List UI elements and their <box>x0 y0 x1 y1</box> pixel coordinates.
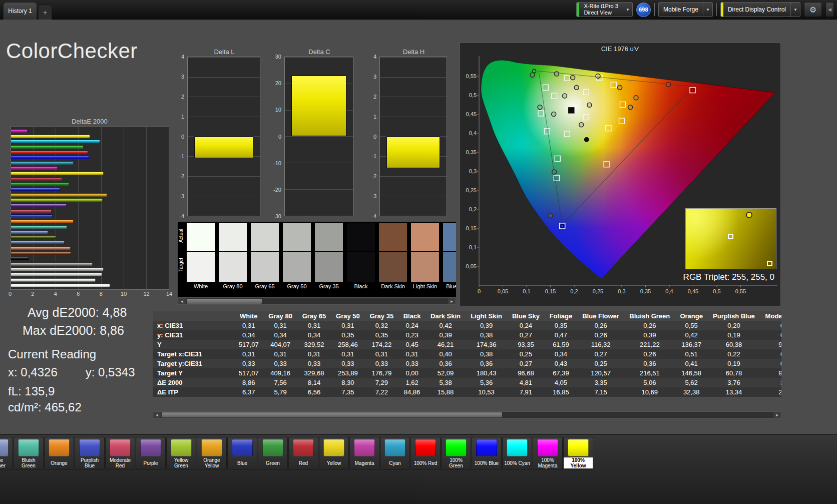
x-tick-label: 0 <box>9 291 12 297</box>
patch-button-purple[interactable]: Purple <box>136 437 166 470</box>
patch-swatch <box>201 439 222 456</box>
column-header: Orange <box>675 311 708 321</box>
delta-h-chart: Delta H 43210-1-2-3-4 <box>367 48 448 224</box>
patch-button-100-yellow[interactable]: 100% Yellow <box>563 437 593 470</box>
patch-button-purplish-blue[interactable]: Purplish Blue <box>75 437 105 470</box>
deltae-bar-blue-flower <box>11 230 48 234</box>
column-header: White <box>234 311 263 321</box>
patch-swatch <box>232 439 253 456</box>
measured-marker <box>561 224 564 227</box>
scroll-right-button[interactable]: ► <box>773 412 781 418</box>
patch-button-100-blue[interactable]: 100% Blue <box>472 437 502 470</box>
scroll-left-button[interactable]: ◄ <box>178 298 186 304</box>
actual-swatch <box>219 223 247 251</box>
scroll-left-button[interactable]: ◄ <box>153 412 161 418</box>
measured-marker <box>579 123 584 127</box>
table-cell: 0,20 <box>708 321 760 330</box>
plus-icon: + <box>43 9 47 17</box>
patch-button-orange-yellow[interactable]: Orange Yellow <box>197 437 227 470</box>
column-header: Gray 65 <box>297 311 331 321</box>
meter-dropdown[interactable]: X-Rite i1Pro 3 Direct View ▼ <box>576 2 632 17</box>
measured-marker <box>552 112 556 117</box>
patch-button-green[interactable]: Green <box>258 437 288 470</box>
table-cell: 7,15 <box>577 387 624 397</box>
table-cell: 0,42 <box>675 330 708 340</box>
x-tick-label: 6 <box>77 291 80 297</box>
scrollbar-track[interactable] <box>186 298 448 304</box>
table-cell: 0,34 <box>263 330 297 340</box>
delta-c-plot <box>284 57 353 216</box>
x-tick-label: 8 <box>100 291 103 297</box>
patch-label: Orange Yellow <box>199 457 225 468</box>
chevron-down-icon[interactable]: ▼ <box>703 3 712 17</box>
swatch-scrollbar[interactable]: ◄ ► <box>178 298 456 305</box>
target-swatch <box>379 252 407 282</box>
patch-label: Yellow <box>321 457 347 468</box>
y-tick-label: -2 <box>371 173 376 179</box>
table-cell: 0,26 <box>577 321 624 330</box>
table-cell: 0,27 <box>507 359 545 368</box>
table-cell: 93,35 <box>507 340 545 349</box>
patch-button-blue-flower[interactable]: Blue Flower <box>0 437 13 470</box>
scroll-right-button[interactable]: ► <box>448 298 456 304</box>
patch-swatch <box>110 439 131 456</box>
measured-marker <box>634 96 638 100</box>
patch-button-orange[interactable]: Orange <box>44 437 74 470</box>
scrollbar-thumb[interactable] <box>162 412 502 417</box>
display-control-dropdown[interactable]: Direct Display Control ▼ <box>720 2 800 17</box>
table-cell: 136,37 <box>675 340 708 349</box>
patch-button-blue[interactable]: Blue <box>227 437 257 470</box>
patch-button-red[interactable]: Red <box>288 437 318 470</box>
patch-button-yellow[interactable]: Yellow <box>319 437 349 470</box>
table-cell: 0,19 <box>708 359 760 368</box>
axis-tick-label: 0,55 <box>466 73 477 79</box>
scrollbar-thumb[interactable] <box>187 299 262 304</box>
deltae-bar-moderate-red <box>11 209 52 213</box>
actual-swatch <box>411 223 439 251</box>
column-header: Moderate Red <box>760 311 781 321</box>
patch-button-moderate-red[interactable]: Moderate Red <box>105 437 135 470</box>
column-header: Gray 50 <box>331 311 364 321</box>
tab-history-1[interactable]: History 1 <box>3 2 37 20</box>
patch-button-cyan[interactable]: Cyan <box>380 437 410 470</box>
patch-button-bluish-green[interactable]: Bluish Green <box>14 437 44 470</box>
actual-swatch <box>379 223 407 251</box>
chevron-down-icon[interactable]: ▼ <box>623 3 632 17</box>
target-swatch <box>347 252 375 282</box>
cie-diagram-panel: CIE 1976 u'v' <box>460 43 781 306</box>
delta-l-title: Delta L <box>187 48 261 56</box>
table-cell: 221,22 <box>624 340 675 349</box>
scrollbar-track[interactable] <box>161 412 773 418</box>
swatch-column-gray-35: Gray 35 <box>313 222 345 297</box>
table-cell: 3,35 <box>577 378 624 387</box>
table-cell: 0,31 <box>234 321 263 330</box>
x-tick-label: 10 <box>121 291 127 297</box>
deltae-bar-bluish-green <box>11 225 67 229</box>
top-bar: History 1 + X-Rite i1Pro 3 Direct View ▼… <box>0 0 837 20</box>
patch-button-magenta[interactable]: Magenta <box>349 437 379 470</box>
patch-label: Yellow Green <box>168 457 194 468</box>
table-row: Target Y517,07409,16329,68253,89176,790,… <box>153 368 781 378</box>
chevron-down-icon[interactable]: ▼ <box>790 3 800 17</box>
x-tick-label: 4 <box>54 291 57 297</box>
settings-button[interactable]: ⚙ <box>804 2 822 17</box>
add-tab-button[interactable]: + <box>38 5 52 20</box>
swatch-label: Dark Skin <box>381 283 405 289</box>
source-dropdown[interactable]: Mobile Forge ▼ <box>658 2 713 17</box>
table-cell: 5,06 <box>624 378 675 387</box>
target-swatch <box>315 252 343 282</box>
patch-button-100-red[interactable]: 100% Red <box>410 437 441 470</box>
swatch-column-white: White <box>185 222 217 297</box>
table-scrollbar[interactable]: ◄ ► <box>153 411 781 418</box>
y-tick-label: -4 <box>371 213 376 219</box>
collapse-panel-button[interactable]: ◀ <box>825 2 834 17</box>
patch-label: 100% Yellow <box>564 457 593 468</box>
patch-button-yellow-green[interactable]: Yellow Green <box>166 437 196 470</box>
swatch-column-gray-80: Gray 80 <box>217 222 249 297</box>
patch-button-100-magenta[interactable]: 100% Magenta <box>533 437 563 470</box>
table-cell: 0,51 <box>675 349 708 359</box>
patch-button-100-cyan[interactable]: 100% Cyan <box>502 437 532 470</box>
y-tick-label: 3 <box>181 74 184 80</box>
swatch-label: Light Skin <box>413 283 437 289</box>
patch-button-100-green[interactable]: 100% Green <box>441 437 471 470</box>
